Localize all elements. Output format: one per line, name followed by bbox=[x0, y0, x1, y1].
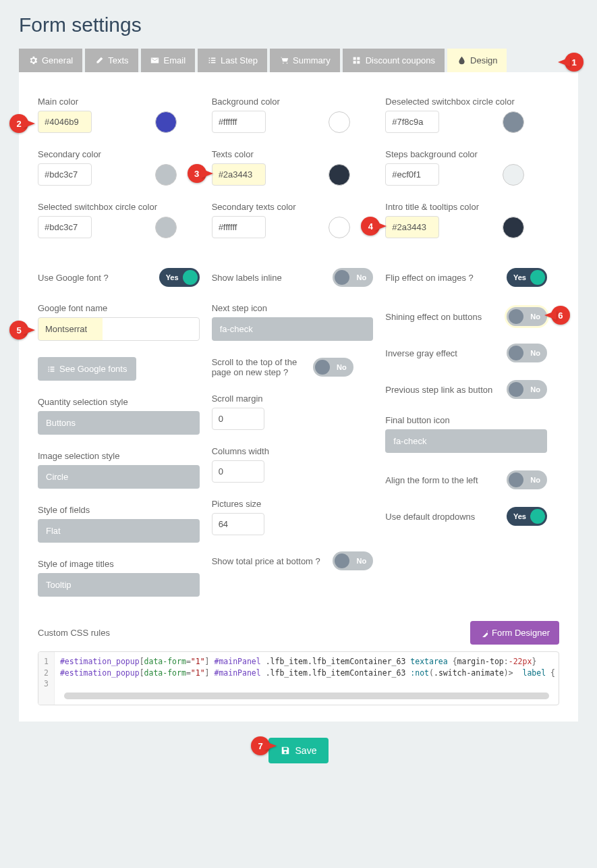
deselected-switch-swatch[interactable] bbox=[503, 111, 524, 133]
label-deselected-switch: Deselected switchbox circle color bbox=[385, 97, 547, 107]
tab-email[interactable]: Email bbox=[141, 49, 196, 72]
label-inverse-gray: Inverse gray effect bbox=[385, 348, 507, 358]
label-next-step-icon: Next step icon bbox=[212, 303, 374, 313]
main-color-input[interactable] bbox=[38, 111, 92, 133]
secondary-color-swatch[interactable] bbox=[155, 164, 177, 186]
code-gutter: 123 bbox=[38, 652, 55, 705]
form-designer-button[interactable]: Form Designer bbox=[470, 621, 559, 645]
magic-icon bbox=[480, 629, 488, 637]
page-title: Form settings bbox=[19, 13, 578, 36]
toggle-label: No bbox=[530, 385, 540, 394]
tab-label: General bbox=[42, 55, 73, 65]
edit-icon bbox=[94, 56, 104, 65]
columns-width-input[interactable] bbox=[212, 460, 264, 483]
label-custom-css: Custom CSS rules bbox=[38, 628, 110, 638]
label-secondary-texts: Secondary texts color bbox=[212, 202, 374, 212]
toggle-label: Yes bbox=[513, 512, 526, 520]
cart-icon bbox=[279, 56, 289, 65]
toggle-label: Yes bbox=[513, 273, 526, 281]
label-pictures-size: Pictures size bbox=[212, 499, 374, 509]
list-icon bbox=[47, 365, 55, 373]
label-selected-switch: Selected switchbox circle color bbox=[38, 202, 200, 212]
toggle-inverse-gray[interactable]: No bbox=[507, 344, 547, 362]
drop-icon bbox=[457, 56, 466, 65]
toggle-label: No bbox=[337, 363, 347, 371]
texts-color-swatch[interactable] bbox=[329, 164, 350, 186]
bg-color-input[interactable] bbox=[212, 111, 266, 133]
tab-label: Last Step bbox=[221, 55, 258, 65]
toggle-scroll-top[interactable]: No bbox=[313, 358, 353, 377]
secondary-texts-input[interactable] bbox=[212, 216, 266, 238]
button-label: Save bbox=[295, 745, 317, 756]
coupon-icon bbox=[352, 56, 362, 65]
annotation-marker-1: 1 bbox=[565, 53, 584, 72]
qty-style-select[interactable]: Buttons bbox=[38, 411, 200, 435]
label-shining: Shining effect on buttons bbox=[385, 312, 507, 322]
label-show-labels-inline: Show labels inline bbox=[212, 273, 333, 283]
save-button[interactable]: Save bbox=[268, 738, 329, 763]
next-step-icon-select[interactable]: fa-check bbox=[212, 317, 374, 341]
toggle-align-left[interactable]: No bbox=[507, 470, 547, 489]
toggle-show-total[interactable]: No bbox=[333, 551, 373, 570]
toggle-default-dd[interactable]: Yes bbox=[507, 507, 547, 526]
final-btn-icon-select[interactable]: fa-check bbox=[385, 429, 547, 453]
tab-label: Texts bbox=[108, 55, 128, 65]
toggle-labels-inline[interactable]: No bbox=[333, 268, 373, 287]
bg-color-swatch[interactable] bbox=[329, 111, 350, 133]
custom-css-editor[interactable]: 123 #estimation_popup[data-form="1"] #ma… bbox=[38, 651, 559, 705]
style-fields-select[interactable]: Flat bbox=[38, 519, 200, 543]
label-show-total: Show total price at bottom ? bbox=[212, 556, 333, 566]
label-prev-step-btn: Previous step link as button bbox=[385, 385, 507, 395]
img-sel-style-select[interactable]: Circle bbox=[38, 465, 200, 489]
list-icon bbox=[207, 56, 217, 65]
secondary-texts-swatch[interactable] bbox=[329, 217, 350, 238]
tab-coupons[interactable]: Discount coupons bbox=[343, 49, 445, 72]
label-align-left: Align the form to the left bbox=[385, 475, 507, 485]
steps-bg-swatch[interactable] bbox=[503, 164, 524, 186]
secondary-color-input[interactable] bbox=[38, 163, 92, 186]
toggle-shining[interactable]: No bbox=[507, 307, 547, 326]
tabs-bar: General Texts Email Last Step Summary Di… bbox=[19, 49, 578, 72]
horizontal-scrollbar[interactable] bbox=[64, 693, 549, 699]
selected-switch-swatch[interactable] bbox=[155, 217, 177, 238]
tab-general[interactable]: General bbox=[19, 49, 82, 72]
intro-tooltips-swatch[interactable] bbox=[503, 217, 524, 238]
style-img-titles-select[interactable]: Tooltip bbox=[38, 573, 200, 597]
label-steps-bg: Steps background color bbox=[385, 149, 547, 159]
svg-rect-1 bbox=[357, 57, 360, 60]
label-style-img-titles: Style of image titles bbox=[38, 559, 200, 569]
annotation-marker-3: 3 bbox=[188, 164, 206, 183]
svg-rect-2 bbox=[353, 61, 356, 63]
toggle-prev-step-btn[interactable]: No bbox=[507, 380, 547, 399]
tab-texts[interactable]: Texts bbox=[85, 49, 138, 72]
label-style-fields: Style of fields bbox=[38, 505, 200, 515]
code-lines: #estimation_popup[data-form="1"] #mainPa… bbox=[55, 652, 559, 705]
tab-label: Design bbox=[470, 55, 497, 65]
intro-tooltips-input[interactable] bbox=[385, 216, 439, 238]
toggle-use-google[interactable]: Yes bbox=[159, 268, 200, 287]
tab-summary[interactable]: Summary bbox=[270, 49, 340, 72]
label-main-color: Main color bbox=[38, 97, 200, 107]
see-google-fonts-button[interactable]: See Google fonts bbox=[38, 357, 136, 381]
label-flip-images: Flip effect on images ? bbox=[385, 273, 507, 283]
label-scroll-top: Scroll to the top of the page on new ste… bbox=[212, 357, 313, 377]
label-scroll-margin: Scroll margin bbox=[212, 394, 374, 404]
pictures-size-input[interactable] bbox=[212, 513, 264, 535]
tab-label: Discount coupons bbox=[366, 55, 435, 65]
label-final-btn-icon: Final button icon bbox=[385, 415, 547, 425]
tab-design[interactable]: Design bbox=[447, 49, 507, 72]
main-color-swatch[interactable] bbox=[155, 111, 177, 133]
selected-switch-input[interactable] bbox=[38, 216, 92, 238]
label-google-font: Google font name bbox=[38, 303, 200, 313]
google-font-input[interactable] bbox=[38, 317, 200, 341]
deselected-switch-input[interactable] bbox=[385, 111, 439, 133]
texts-color-input[interactable] bbox=[212, 163, 266, 186]
tab-label: Email bbox=[164, 55, 186, 65]
toggle-flip-images[interactable]: Yes bbox=[507, 268, 547, 287]
tab-laststep[interactable]: Last Step bbox=[198, 49, 267, 72]
steps-bg-input[interactable] bbox=[385, 163, 439, 186]
toggle-label: Yes bbox=[166, 273, 179, 281]
gear-icon bbox=[28, 56, 38, 65]
scroll-margin-input[interactable] bbox=[212, 408, 264, 430]
toggle-label: No bbox=[530, 349, 540, 357]
